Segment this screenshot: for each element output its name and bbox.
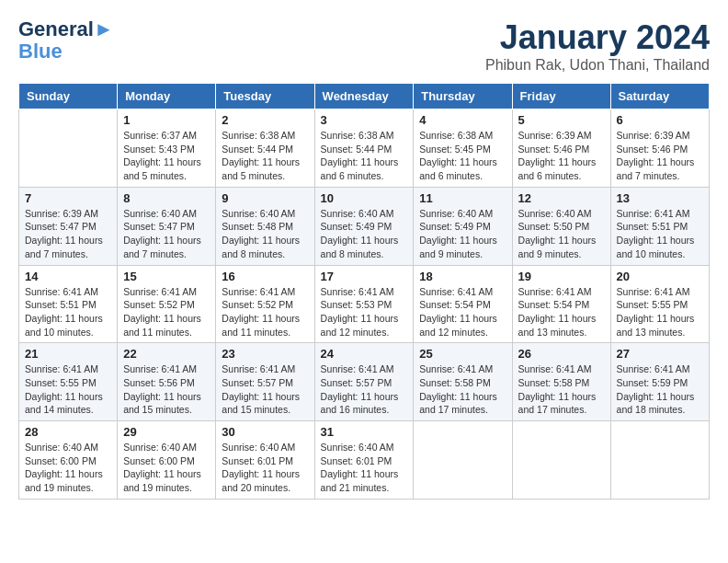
calendar-cell bbox=[414, 421, 512, 500]
day-number: 12 bbox=[518, 191, 605, 205]
calendar-cell: 15Sunrise: 6:41 AMSunset: 5:52 PMDayligh… bbox=[118, 265, 216, 343]
day-info: Sunrise: 6:41 AMSunset: 5:58 PMDaylight:… bbox=[518, 362, 605, 417]
weekday-header-friday: Friday bbox=[512, 84, 610, 109]
calendar-cell: 14Sunrise: 6:41 AMSunset: 5:51 PMDayligh… bbox=[19, 265, 118, 343]
weekday-header-wednesday: Wednesday bbox=[314, 84, 414, 109]
subtitle: Phibun Rak, Udon Thani, Thailand bbox=[485, 57, 710, 74]
day-number: 28 bbox=[25, 425, 111, 439]
calendar-cell: 17Sunrise: 6:41 AMSunset: 5:53 PMDayligh… bbox=[314, 265, 414, 343]
calendar-cell: 8Sunrise: 6:40 AMSunset: 5:47 PMDaylight… bbox=[118, 187, 216, 265]
calendar-cell bbox=[19, 109, 118, 188]
calendar-header-row: SundayMondayTuesdayWednesdayThursdayFrid… bbox=[19, 84, 710, 109]
calendar-cell bbox=[512, 421, 610, 500]
day-number: 19 bbox=[518, 270, 605, 283]
calendar-cell: 12Sunrise: 6:40 AMSunset: 5:50 PMDayligh… bbox=[512, 187, 610, 265]
day-info: Sunrise: 6:41 AMSunset: 5:55 PMDaylight:… bbox=[617, 285, 703, 339]
weekday-header-tuesday: Tuesday bbox=[216, 84, 314, 109]
month-title: January 2024 bbox=[485, 18, 710, 57]
day-number: 16 bbox=[222, 270, 308, 283]
calendar-body: 1Sunrise: 6:37 AMSunset: 5:43 PMDaylight… bbox=[19, 109, 710, 500]
calendar-cell: 22Sunrise: 6:41 AMSunset: 5:56 PMDayligh… bbox=[118, 343, 216, 421]
calendar-cell: 6Sunrise: 6:39 AMSunset: 5:46 PMDaylight… bbox=[610, 109, 709, 188]
day-info: Sunrise: 6:41 AMSunset: 5:57 PMDaylight:… bbox=[222, 362, 308, 417]
day-info: Sunrise: 6:41 AMSunset: 5:58 PMDaylight:… bbox=[419, 362, 506, 417]
weekday-header-sunday: Sunday bbox=[19, 84, 118, 109]
calendar-cell: 10Sunrise: 6:40 AMSunset: 5:49 PMDayligh… bbox=[314, 187, 414, 265]
calendar-cell: 4Sunrise: 6:38 AMSunset: 5:45 PMDaylight… bbox=[414, 109, 512, 188]
title-block: January 2024 Phibun Rak, Udon Thani, Tha… bbox=[485, 18, 710, 74]
day-number: 24 bbox=[321, 347, 408, 361]
calendar-cell: 31Sunrise: 6:40 AMSunset: 6:01 PMDayligh… bbox=[314, 421, 414, 500]
day-number: 21 bbox=[25, 347, 111, 361]
day-number: 23 bbox=[222, 347, 308, 361]
calendar-cell: 29Sunrise: 6:40 AMSunset: 6:00 PMDayligh… bbox=[118, 421, 216, 500]
day-number: 15 bbox=[123, 270, 210, 283]
day-number: 11 bbox=[419, 191, 506, 205]
day-number: 10 bbox=[321, 191, 408, 205]
weekday-header-monday: Monday bbox=[118, 84, 216, 109]
day-number: 2 bbox=[222, 113, 308, 127]
day-number: 5 bbox=[518, 113, 605, 127]
calendar-cell: 20Sunrise: 6:41 AMSunset: 5:55 PMDayligh… bbox=[610, 265, 709, 343]
calendar-week-4: 21Sunrise: 6:41 AMSunset: 5:55 PMDayligh… bbox=[19, 343, 710, 421]
calendar-cell: 21Sunrise: 6:41 AMSunset: 5:55 PMDayligh… bbox=[19, 343, 118, 421]
calendar-cell: 9Sunrise: 6:40 AMSunset: 5:48 PMDaylight… bbox=[216, 187, 314, 265]
logo-text: General►Blue bbox=[18, 18, 114, 63]
day-number: 25 bbox=[419, 347, 506, 361]
day-number: 31 bbox=[321, 425, 408, 439]
day-info: Sunrise: 6:41 AMSunset: 5:56 PMDaylight:… bbox=[123, 362, 210, 417]
day-info: Sunrise: 6:41 AMSunset: 5:52 PMDaylight:… bbox=[222, 285, 308, 339]
day-info: Sunrise: 6:41 AMSunset: 5:54 PMDaylight:… bbox=[518, 285, 605, 339]
day-number: 30 bbox=[222, 425, 308, 439]
day-info: Sunrise: 6:41 AMSunset: 5:57 PMDaylight:… bbox=[321, 362, 408, 417]
calendar-cell: 18Sunrise: 6:41 AMSunset: 5:54 PMDayligh… bbox=[414, 265, 512, 343]
day-info: Sunrise: 6:40 AMSunset: 6:00 PMDaylight:… bbox=[25, 441, 111, 495]
day-info: Sunrise: 6:41 AMSunset: 5:51 PMDaylight:… bbox=[617, 207, 703, 261]
calendar-cell: 13Sunrise: 6:41 AMSunset: 5:51 PMDayligh… bbox=[610, 187, 709, 265]
day-number: 27 bbox=[617, 347, 703, 361]
day-number: 26 bbox=[518, 347, 605, 361]
day-info: Sunrise: 6:40 AMSunset: 5:48 PMDaylight:… bbox=[222, 207, 308, 261]
day-number: 13 bbox=[617, 191, 703, 205]
day-info: Sunrise: 6:37 AMSunset: 5:43 PMDaylight:… bbox=[123, 129, 210, 183]
calendar-week-2: 7Sunrise: 6:39 AMSunset: 5:47 PMDaylight… bbox=[19, 187, 710, 265]
day-info: Sunrise: 6:40 AMSunset: 5:47 PMDaylight:… bbox=[123, 207, 210, 261]
day-info: Sunrise: 6:40 AMSunset: 6:01 PMDaylight:… bbox=[321, 441, 408, 495]
day-number: 18 bbox=[419, 270, 506, 283]
day-number: 7 bbox=[25, 191, 111, 205]
day-info: Sunrise: 6:40 AMSunset: 6:00 PMDaylight:… bbox=[123, 441, 210, 495]
calendar-cell: 27Sunrise: 6:41 AMSunset: 5:59 PMDayligh… bbox=[610, 343, 709, 421]
calendar-cell: 28Sunrise: 6:40 AMSunset: 6:00 PMDayligh… bbox=[19, 421, 118, 500]
weekday-header-saturday: Saturday bbox=[610, 84, 709, 109]
calendar-cell: 19Sunrise: 6:41 AMSunset: 5:54 PMDayligh… bbox=[512, 265, 610, 343]
day-info: Sunrise: 6:38 AMSunset: 5:45 PMDaylight:… bbox=[419, 129, 506, 183]
day-number: 29 bbox=[123, 425, 210, 439]
calendar-cell: 3Sunrise: 6:38 AMSunset: 5:44 PMDaylight… bbox=[314, 109, 414, 188]
calendar-cell: 16Sunrise: 6:41 AMSunset: 5:52 PMDayligh… bbox=[216, 265, 314, 343]
day-number: 8 bbox=[123, 191, 210, 205]
day-number: 1 bbox=[123, 113, 210, 127]
logo: General►Blue bbox=[18, 18, 114, 63]
calendar-cell: 30Sunrise: 6:40 AMSunset: 6:01 PMDayligh… bbox=[216, 421, 314, 500]
day-number: 3 bbox=[321, 113, 408, 127]
page-header: General►Blue January 2024 Phibun Rak, Ud… bbox=[18, 18, 710, 74]
calendar-cell: 23Sunrise: 6:41 AMSunset: 5:57 PMDayligh… bbox=[216, 343, 314, 421]
calendar-cell: 5Sunrise: 6:39 AMSunset: 5:46 PMDaylight… bbox=[512, 109, 610, 188]
day-number: 22 bbox=[123, 347, 210, 361]
day-info: Sunrise: 6:39 AMSunset: 5:46 PMDaylight:… bbox=[617, 129, 703, 183]
day-info: Sunrise: 6:39 AMSunset: 5:47 PMDaylight:… bbox=[25, 207, 111, 261]
calendar-cell: 2Sunrise: 6:38 AMSunset: 5:44 PMDaylight… bbox=[216, 109, 314, 188]
day-info: Sunrise: 6:40 AMSunset: 5:49 PMDaylight:… bbox=[321, 207, 408, 261]
day-info: Sunrise: 6:41 AMSunset: 5:59 PMDaylight:… bbox=[617, 362, 703, 417]
day-info: Sunrise: 6:41 AMSunset: 5:55 PMDaylight:… bbox=[25, 362, 111, 417]
calendar-cell: 25Sunrise: 6:41 AMSunset: 5:58 PMDayligh… bbox=[414, 343, 512, 421]
day-info: Sunrise: 6:40 AMSunset: 5:50 PMDaylight:… bbox=[518, 207, 605, 261]
calendar-cell bbox=[610, 421, 709, 500]
day-number: 20 bbox=[617, 270, 703, 283]
calendar-cell: 7Sunrise: 6:39 AMSunset: 5:47 PMDaylight… bbox=[19, 187, 118, 265]
day-number: 6 bbox=[617, 113, 703, 127]
day-number: 17 bbox=[321, 270, 408, 283]
calendar-cell: 11Sunrise: 6:40 AMSunset: 5:49 PMDayligh… bbox=[414, 187, 512, 265]
day-info: Sunrise: 6:40 AMSunset: 5:49 PMDaylight:… bbox=[419, 207, 506, 261]
day-info: Sunrise: 6:38 AMSunset: 5:44 PMDaylight:… bbox=[321, 129, 408, 183]
